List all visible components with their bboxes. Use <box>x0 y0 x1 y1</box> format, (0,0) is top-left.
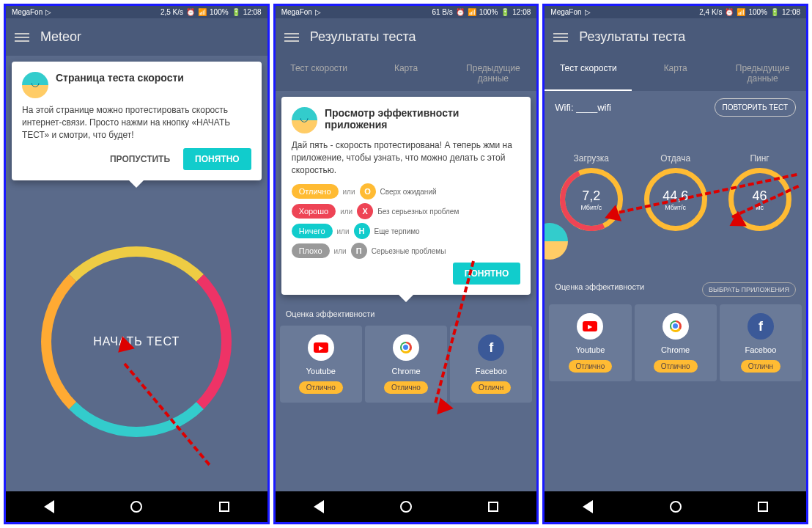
tabs: Тест скорости Карта Предыдущие данные <box>545 56 806 91</box>
popup-heading: Просмотр эффективности приложения <box>325 107 520 131</box>
youtube-icon <box>308 334 334 361</box>
tutorial-popup: Просмотр эффективности приложения Дай пя… <box>281 97 531 295</box>
wifi-row: Wifi: ____wifi ПОВТОРИТЬ ТЕСТ <box>545 91 806 124</box>
data-speed: 2,4 K/s <box>699 8 722 16</box>
battery-label: 100% <box>210 8 229 16</box>
battery-label: 100% <box>479 8 498 16</box>
app-card-facebook[interactable]: Faceboo Отличн <box>720 304 802 381</box>
popup-body: На этой странице можно протестировать ск… <box>22 104 251 141</box>
battery-icon: 🔋 <box>501 8 509 16</box>
app-card-youtube[interactable]: Youtube Отлично <box>280 326 362 403</box>
phone-screen-3: MegaFon ▷ 2,4 K/s ⏰ 📶 100% 🔋 12:08 Резул… <box>542 4 808 524</box>
mascot-icon <box>292 107 317 133</box>
app-title: Результаты теста <box>310 29 416 45</box>
phone-screen-1: MegaFon ▷ 2,5 K/s ⏰ 📶 100% 🔋 12:08 Meteo… <box>4 4 270 524</box>
alarm-icon: ⏰ <box>456 8 465 16</box>
tab-speed[interactable]: Тест скорости <box>276 56 363 91</box>
content-area: Просмотр эффективности приложения Дай пя… <box>276 91 537 491</box>
status-bar: MegaFon ▷ 61 B/s ⏰ 📶 100% 🔋 12:08 <box>276 6 537 18</box>
tutorial-popup: Страница теста скорости На этой странице… <box>12 62 262 180</box>
metric-upload: Отдача 44,6 Мбит/с <box>644 153 707 231</box>
tab-speed[interactable]: Тест скорости <box>545 56 632 91</box>
test-ring[interactable]: НАЧАТЬ ТЕСТ <box>41 246 232 437</box>
facebook-icon <box>478 334 504 361</box>
mascot-icon <box>22 72 48 98</box>
status-bar: MegaFon ▷ 2,4 K/s ⏰ 📶 100% 🔋 12:08 <box>545 6 806 18</box>
menu-icon[interactable] <box>284 33 299 42</box>
menu-icon[interactable] <box>15 33 29 42</box>
tab-map[interactable]: Карта <box>632 56 719 91</box>
eff-label: Оценка эффективности <box>286 309 375 318</box>
repeat-test-button[interactable]: ПОВТОРИТЬ ТЕСТ <box>715 98 797 117</box>
apps-header: Оценка эффективности ВЫБРАТЬ ПРИЛОЖЕНИЯ <box>545 275 806 304</box>
app-title: Meteor <box>40 29 81 45</box>
carrier-label: MegaFon <box>281 8 312 16</box>
battery-icon: 🔋 <box>770 8 779 16</box>
wifi-name: ____wifi <box>576 102 611 113</box>
legend-excellent: Отлично или О Сверх ожиданий <box>292 183 521 199</box>
clock-label: 12:08 <box>512 8 531 16</box>
choose-apps-button[interactable]: ВЫБРАТЬ ПРИЛОЖЕНИЯ <box>702 282 796 297</box>
nav-bar <box>276 491 537 522</box>
alarm-icon: ⏰ <box>725 8 734 16</box>
metric-download: Загрузка 7,2 Мбит/с <box>560 153 623 231</box>
battery-icon: 🔋 <box>232 8 240 16</box>
app-title: Результаты теста <box>579 29 685 45</box>
content-area: Wifi: ____wifi ПОВТОРИТЬ ТЕСТ Загрузка 7… <box>545 91 806 491</box>
tab-prev[interactable]: Предыдущие данные <box>449 56 536 91</box>
recent-icon[interactable] <box>219 502 229 512</box>
popup-heading: Страница теста скорости <box>56 72 184 84</box>
clock-label: 12:08 <box>782 8 800 16</box>
skip-button[interactable]: ПРОПУСТИТЬ <box>103 148 177 170</box>
legend-ok: Ничего или Н Еще терпимо <box>292 223 521 239</box>
app-card-facebook[interactable]: Faceboo Отличн <box>450 326 532 403</box>
data-speed: 61 B/s <box>432 8 452 16</box>
legend-bad: Плохо или П Серьезные проблемы <box>292 243 521 259</box>
youtube-icon <box>577 313 603 340</box>
app-bar: Meteor <box>6 18 267 56</box>
carrier-label: MegaFon <box>550 8 581 16</box>
megafon-icon: ▷ <box>585 8 591 16</box>
megafon-icon: ▷ <box>45 8 51 16</box>
nav-bar <box>6 491 267 522</box>
app-card-chrome[interactable]: Chrome Отлично <box>635 304 717 381</box>
tabs: Тест скорости Карта Предыдущие данные <box>276 56 537 91</box>
home-icon[interactable] <box>400 501 412 513</box>
nav-bar <box>545 491 806 522</box>
data-speed: 2,5 K/s <box>160 8 183 16</box>
popup-body: Дай пять - скорость протестирована! А те… <box>292 139 521 176</box>
chrome-icon <box>393 334 419 361</box>
home-icon[interactable] <box>130 501 142 513</box>
wifi-label: Wifi: <box>555 102 573 113</box>
content-area: Страница теста скорости На этой странице… <box>6 56 267 491</box>
app-bar: Результаты теста <box>545 18 806 56</box>
ok-button[interactable]: ПОНЯТНО <box>453 263 521 285</box>
recent-icon[interactable] <box>758 502 768 512</box>
metrics-row: Загрузка 7,2 Мбит/с Отдача 44,6 Мбит/с П… <box>545 153 806 231</box>
phone-screen-2: MegaFon ▷ 61 B/s ⏰ 📶 100% 🔋 12:08 Резуль… <box>273 4 539 524</box>
apps-header: Оценка эффективности <box>276 302 537 326</box>
tab-prev[interactable]: Предыдущие данные <box>719 56 806 91</box>
back-icon[interactable] <box>44 500 54 513</box>
back-icon[interactable] <box>583 500 593 513</box>
battery-label: 100% <box>748 8 767 16</box>
eff-label: Оценка эффективности <box>555 282 644 297</box>
facebook-icon <box>748 313 774 340</box>
metric-ping: Пинг 46 мс <box>728 153 791 231</box>
menu-icon[interactable] <box>553 33 568 42</box>
app-card-chrome[interactable]: Chrome Отлично <box>365 326 447 403</box>
clock-label: 12:08 <box>243 8 262 16</box>
carrier-label: MegaFon <box>12 8 43 16</box>
apps-row: Youtube Отлично Chrome Отлично Faceboo О… <box>545 304 806 381</box>
tab-map[interactable]: Карта <box>363 56 450 91</box>
app-bar: Результаты теста <box>276 18 537 56</box>
ok-button[interactable]: ПОНЯТНО <box>183 148 251 170</box>
home-icon[interactable] <box>670 501 682 513</box>
back-icon[interactable] <box>314 500 324 513</box>
legend-good: Хорошо или Х Без серьезных проблем <box>292 203 521 219</box>
signal-icon: 📶 <box>737 8 745 16</box>
signal-icon: 📶 <box>468 8 476 16</box>
app-card-youtube[interactable]: Youtube Отлично <box>549 304 631 381</box>
recent-icon[interactable] <box>488 502 498 512</box>
megafon-icon: ▷ <box>315 8 321 16</box>
